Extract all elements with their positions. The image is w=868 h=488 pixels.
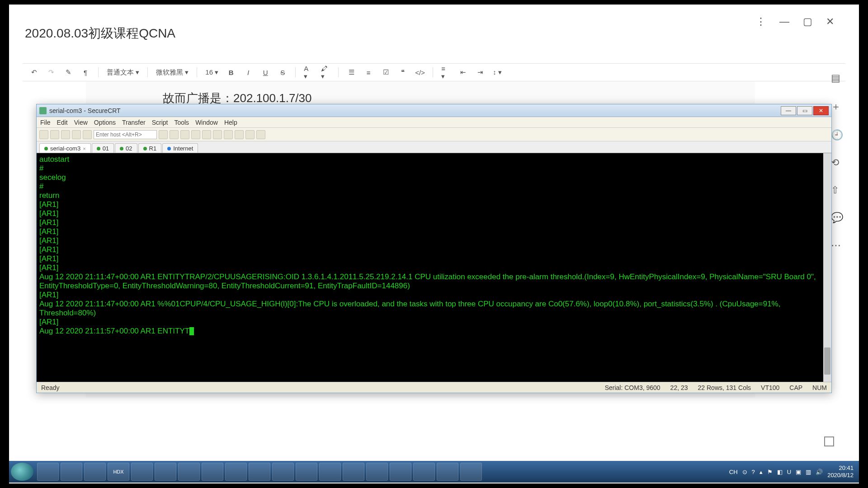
- font-size-select[interactable]: 16 ▾: [205, 68, 218, 76]
- menu-transfer[interactable]: Transfer: [122, 119, 146, 126]
- toolbar-btn-14[interactable]: [245, 130, 255, 139]
- scrollbar-thumb[interactable]: [824, 347, 830, 375]
- terminal-viewport[interactable]: autostart#secelog#return[AR1][AR1][AR1][…: [37, 153, 831, 382]
- toolbar-btn-15[interactable]: [256, 130, 265, 139]
- menu-help[interactable]: Help: [224, 119, 237, 126]
- start-button[interactable]: [11, 463, 33, 481]
- toolbar-btn-6[interactable]: [159, 130, 168, 139]
- toolbar-btn-8[interactable]: [180, 130, 189, 139]
- taskbar-app-14[interactable]: [343, 463, 364, 481]
- toolbar-btn-5[interactable]: [83, 130, 92, 139]
- menu-file[interactable]: File: [40, 119, 51, 126]
- corner-checkbox[interactable]: [824, 436, 834, 446]
- redo-icon[interactable]: ↷: [47, 68, 56, 77]
- tray-icon-1[interactable]: ⊙: [742, 469, 747, 475]
- outline-icon[interactable]: ▤: [831, 72, 843, 84]
- taskbar-app-8[interactable]: [202, 463, 223, 481]
- line-height-icon[interactable]: ↕ ▾: [493, 68, 502, 77]
- taskbar-app-7[interactable]: [178, 463, 200, 481]
- toolbar-btn-13[interactable]: [235, 130, 244, 139]
- tray-icon-6[interactable]: ▣: [796, 469, 801, 475]
- font-color-icon[interactable]: A ▾: [304, 68, 313, 77]
- session-tab-01[interactable]: 01: [92, 143, 114, 153]
- session-tab-r1[interactable]: R1: [138, 143, 162, 153]
- toolbar-btn-10[interactable]: [202, 130, 211, 139]
- taskbar-app-6[interactable]: [155, 463, 176, 481]
- toolbar-btn-4[interactable]: [72, 130, 81, 139]
- taskbar-app-17[interactable]: [413, 463, 435, 481]
- ime-indicator[interactable]: CH: [729, 469, 738, 475]
- tray-volume-icon[interactable]: 🔊: [816, 469, 823, 475]
- indent-right-icon[interactable]: ⇥: [476, 68, 485, 77]
- toolbar-btn-1[interactable]: [39, 130, 48, 139]
- taskbar-app-2[interactable]: [61, 463, 82, 481]
- clear-format-icon[interactable]: ¶: [81, 68, 90, 77]
- menu-edit[interactable]: Edit: [57, 119, 68, 126]
- strike-icon[interactable]: S: [278, 68, 287, 77]
- toolbar-btn-9[interactable]: [191, 130, 200, 139]
- bullet-list-icon[interactable]: ☰: [347, 68, 356, 77]
- taskbar-app-13[interactable]: [319, 463, 341, 481]
- taskbar-app-3[interactable]: [84, 463, 106, 481]
- quote-icon[interactable]: ❝: [398, 68, 407, 77]
- code-icon[interactable]: </>: [415, 68, 425, 77]
- paragraph-style-select[interactable]: 普通文本 ▾: [107, 68, 139, 77]
- underline-icon[interactable]: U: [261, 68, 270, 77]
- toolbar-btn-11[interactable]: [213, 130, 222, 139]
- maximize-icon[interactable]: ▢: [803, 16, 812, 28]
- taskbar-app-16[interactable]: [390, 463, 411, 481]
- add-icon[interactable]: ＋: [831, 100, 843, 113]
- toolbar-btn-12[interactable]: [224, 130, 233, 139]
- taskbar-app-1[interactable]: [37, 463, 59, 481]
- securecrt-titlebar[interactable]: serial-com3 - SecureCRT — ▭ ✕: [37, 104, 831, 117]
- toolbar-btn-7[interactable]: [170, 130, 179, 139]
- more-rail-icon[interactable]: ⋯: [831, 239, 843, 251]
- italic-icon[interactable]: I: [244, 68, 253, 77]
- toolbar-btn-3[interactable]: [61, 130, 70, 139]
- minimize-icon[interactable]: —: [779, 16, 789, 28]
- close-icon[interactable]: ✕: [826, 16, 834, 28]
- share-icon[interactable]: ⟲: [831, 157, 843, 169]
- undo-icon[interactable]: ↶: [29, 68, 38, 77]
- securecrt-maximize-button[interactable]: ▭: [797, 106, 812, 115]
- format-brush-icon[interactable]: ✎: [64, 68, 73, 77]
- taskbar-app-18[interactable]: [437, 463, 458, 481]
- comment-icon[interactable]: 💬: [831, 212, 843, 224]
- securecrt-close-button[interactable]: ✕: [813, 106, 829, 115]
- host-input[interactable]: [94, 130, 157, 139]
- taskbar-app-12[interactable]: [296, 463, 317, 481]
- export-icon[interactable]: ⇧: [831, 184, 843, 196]
- taskbar-app-19[interactable]: [460, 463, 482, 481]
- indent-left-icon[interactable]: ⇤: [458, 68, 467, 77]
- tray-icon-4[interactable]: ◧: [777, 469, 783, 475]
- tray-icon-3[interactable]: ⚑: [767, 469, 773, 475]
- menu-view[interactable]: View: [74, 119, 88, 126]
- taskbar-app-11[interactable]: [272, 463, 294, 481]
- taskbar-app-15[interactable]: [366, 463, 388, 481]
- tray-icon-7[interactable]: ▥: [806, 469, 811, 475]
- taskbar-app-5[interactable]: [131, 463, 153, 481]
- taskbar-clock[interactable]: 20:41 2020/8/12: [827, 465, 854, 479]
- menu-tools[interactable]: Tools: [174, 119, 189, 126]
- number-list-icon[interactable]: ≡: [364, 68, 373, 77]
- font-family-select[interactable]: 微软雅黑 ▾: [156, 68, 189, 77]
- tab-close-icon[interactable]: ×: [83, 146, 85, 151]
- session-tab-serial-com3[interactable]: serial-com3×: [39, 143, 91, 153]
- checkbox-icon[interactable]: ☑: [381, 68, 390, 77]
- more-icon[interactable]: ⋮: [756, 16, 766, 28]
- tray-icon-2[interactable]: ?: [752, 469, 755, 475]
- securecrt-minimize-button[interactable]: —: [781, 106, 796, 115]
- session-tab-internet[interactable]: Internet: [162, 143, 198, 153]
- toolbar-btn-2[interactable]: [50, 130, 59, 139]
- terminal-scrollbar[interactable]: [823, 153, 831, 382]
- tray-chevron-icon[interactable]: ▴: [760, 469, 763, 475]
- session-tab-02[interactable]: 02: [115, 143, 137, 153]
- menu-options[interactable]: Options: [94, 119, 116, 126]
- menu-script[interactable]: Script: [152, 119, 168, 126]
- align-icon[interactable]: ≡ ▾: [441, 68, 450, 77]
- highlight-icon[interactable]: 🖍 ▾: [321, 68, 330, 77]
- history-icon[interactable]: 🕘: [831, 129, 843, 141]
- taskbar-app-9[interactable]: [225, 463, 247, 481]
- tray-icon-5[interactable]: U: [787, 469, 791, 475]
- bold-icon[interactable]: B: [226, 68, 236, 77]
